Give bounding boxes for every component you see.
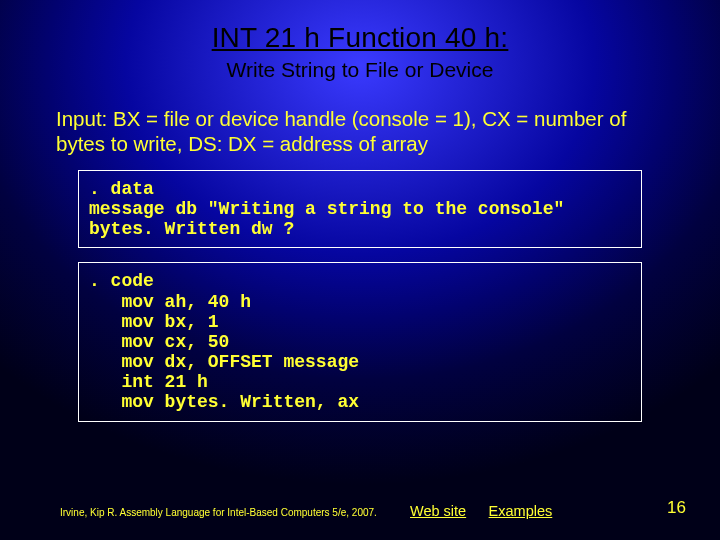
footer-links: Web site Examples <box>410 502 570 520</box>
slide-title: INT 21 h Function 40 h: <box>0 0 720 54</box>
examples-link[interactable]: Examples <box>489 503 553 519</box>
input-description: Input: BX = file or device handle (conso… <box>56 106 664 156</box>
code-block-data: . data message db "Writing a string to t… <box>78 170 642 248</box>
web-site-link[interactable]: Web site <box>410 503 466 519</box>
citation-text: Irvine, Kip R. Assembly Language for Int… <box>60 507 377 518</box>
slide-footer: Irvine, Kip R. Assembly Language for Int… <box>0 502 720 520</box>
page-number: 16 <box>667 498 686 518</box>
code-block-code: . code mov ah, 40 h mov bx, 1 mov cx, 50… <box>78 262 642 421</box>
slide-subtitle: Write String to File or Device <box>0 58 720 82</box>
